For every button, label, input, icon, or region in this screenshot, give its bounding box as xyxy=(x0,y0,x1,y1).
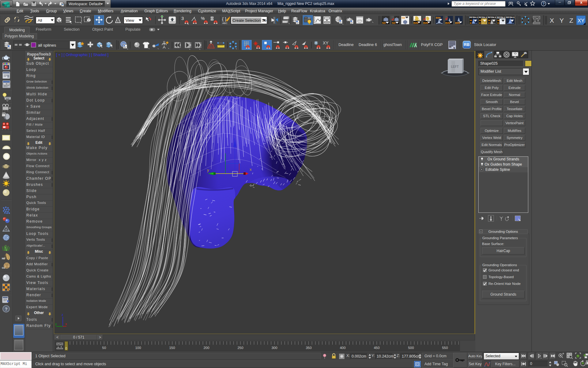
svg-text:100: 100 xyxy=(135,346,141,350)
svg-text:500: 500 xyxy=(408,346,414,350)
svg-text:RFRK3: RFRK3 xyxy=(506,16,514,19)
svg-text:250: 250 xyxy=(237,346,243,350)
svg-text:M: M xyxy=(470,19,472,22)
svg-text:M: M xyxy=(479,19,481,22)
svg-text:SD: SD xyxy=(401,16,405,19)
svg-text:550: 550 xyxy=(442,346,448,350)
svg-text:?: ? xyxy=(5,306,7,312)
svg-text:R: R xyxy=(479,22,481,25)
svg-text:Ox: Ox xyxy=(2,266,5,269)
svg-text:all splines: all splines xyxy=(38,43,56,48)
svg-text:BIN: BIN xyxy=(423,21,428,25)
svg-text:M: M xyxy=(497,19,499,22)
svg-text:[ + ] [ Orthographic ] [ Shade: [ + ] [ Orthographic ] [ Shaded ] xyxy=(56,53,108,57)
svg-text:y: y xyxy=(55,322,57,326)
svg-text:450: 450 xyxy=(374,346,379,350)
svg-text:150: 150 xyxy=(169,346,175,350)
svg-text:%: % xyxy=(201,16,205,21)
svg-text:View: View xyxy=(126,18,134,23)
svg-text:z: z xyxy=(233,137,235,141)
svg-text:RFRK3: RFRK3 xyxy=(497,16,505,19)
svg-text:BIN: BIN xyxy=(413,21,418,25)
svg-text:RFRK3: RFRK3 xyxy=(479,16,487,19)
svg-text:x: x xyxy=(65,322,67,326)
svg-text:BIN: BIN xyxy=(455,21,460,25)
svg-text:BIN: BIN xyxy=(436,16,441,19)
svg-text:?: ? xyxy=(543,2,545,6)
svg-text:RFRK3: RFRK3 xyxy=(488,16,496,19)
svg-text:Z: Z xyxy=(569,17,573,24)
svg-text:3: 3 xyxy=(181,16,184,21)
svg-text:SD: SD xyxy=(392,21,396,25)
svg-text:M: M xyxy=(488,19,490,22)
svg-text:R: R xyxy=(497,22,499,25)
svg-text:300: 300 xyxy=(271,346,277,350)
svg-text:BIN: BIN xyxy=(445,21,450,25)
svg-text:SD: SD xyxy=(382,21,386,25)
svg-text:x: x xyxy=(250,167,252,172)
svg-text:{ }: { } xyxy=(222,16,226,21)
svg-text:ABC: ABC xyxy=(222,22,228,25)
svg-text:R: R xyxy=(488,22,490,25)
svg-text:XY: XY xyxy=(323,40,329,45)
svg-text:y: y xyxy=(207,168,209,172)
svg-text:400: 400 xyxy=(340,346,345,350)
svg-text:50: 50 xyxy=(102,346,106,350)
svg-text:z: z xyxy=(62,313,63,316)
svg-text:R: R xyxy=(470,22,472,25)
svg-text:XY: XY xyxy=(578,18,585,24)
svg-text:RFRK3: RFRK3 xyxy=(469,16,478,19)
svg-text:LEFT: LEFT xyxy=(451,65,459,68)
svg-text:Y: Y xyxy=(560,17,564,24)
svg-text:X: X xyxy=(550,17,554,24)
svg-text:HF: HF xyxy=(2,257,6,260)
svg-text:350: 350 xyxy=(306,346,311,350)
svg-text:All: All xyxy=(38,18,42,23)
svg-text:Create Selection Se: Create Selection Se xyxy=(232,18,266,23)
svg-text:200: 200 xyxy=(203,346,209,350)
svg-text:s: s xyxy=(453,46,455,49)
